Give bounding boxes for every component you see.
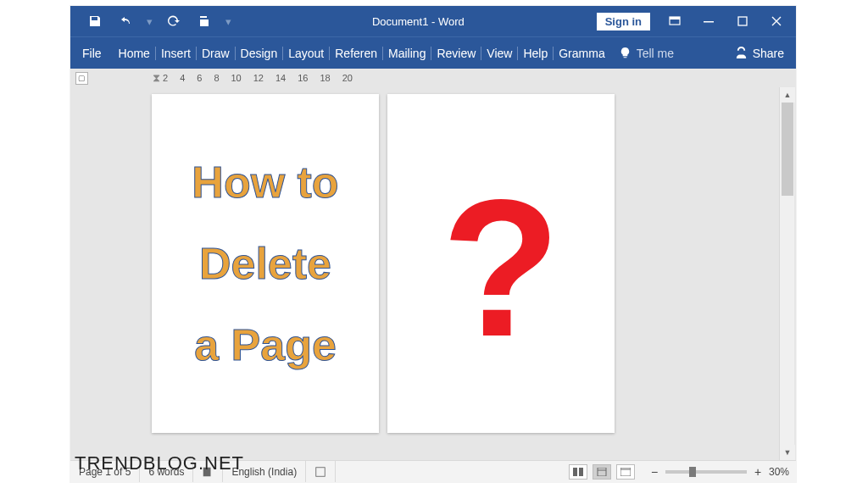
tab-grammarly[interactable]: Gramma [554, 47, 609, 60]
ruler-mark: 20 [342, 73, 353, 83]
qat-separator: ▾ [147, 15, 153, 28]
tell-me-search[interactable]: Tell me [619, 47, 674, 60]
close-button[interactable] [767, 12, 786, 30]
ruler-mark: 12 [253, 73, 264, 83]
svg-rect-4 [316, 467, 326, 476]
app-window: ▾ ▾ Document1 - Word Sign in File Home I… [70, 6, 796, 482]
share-icon [735, 47, 748, 59]
ruler-mark: 8 [214, 73, 219, 83]
qat-dropdown-icon[interactable]: ▾ [225, 15, 231, 28]
watermark-text: TRENDBLOG.NET [75, 452, 244, 474]
status-accessibility[interactable] [306, 461, 336, 482]
tab-references[interactable]: Referen [330, 47, 383, 60]
tab-review[interactable]: Review [431, 47, 481, 60]
scroll-thumb[interactable] [782, 103, 793, 196]
title-bar: ▾ ▾ Document1 - Word Sign in [70, 6, 796, 36]
ruler-mark: 18 [320, 73, 331, 83]
share-label: Share [753, 47, 784, 60]
ruler-mark: 10 [231, 73, 242, 83]
document-area: How to Delete a Page ? ▲ ▼ [70, 87, 796, 460]
ruler-mark: 4 [180, 73, 185, 83]
quick-access-toolbar: ▾ ▾ [70, 12, 240, 30]
minimize-button[interactable] [699, 12, 718, 30]
tab-mailings[interactable]: Mailing [383, 47, 431, 60]
tab-view[interactable]: View [481, 47, 518, 60]
tab-insert[interactable]: Insert [156, 47, 197, 60]
tab-file[interactable]: File [70, 37, 114, 69]
ruler-mark: 14 [275, 73, 286, 83]
page1-line1: How to [192, 141, 338, 223]
lightbulb-icon [619, 47, 632, 59]
zoom-knob[interactable] [689, 467, 696, 477]
tell-me-label: Tell me [637, 47, 674, 60]
scroll-up-button[interactable]: ▲ [780, 87, 795, 103]
maximize-button[interactable] [733, 12, 752, 30]
vertical-scrollbar[interactable]: ▲ ▼ [779, 87, 794, 460]
touch-mode-icon[interactable] [195, 12, 214, 30]
tab-home[interactable]: Home [114, 47, 156, 60]
tab-design[interactable]: Design [236, 47, 284, 60]
zoom-level[interactable]: 30% [769, 466, 789, 478]
indent-marker-icon[interactable]: ⧗ [153, 71, 160, 85]
ruler-mark: 16 [298, 73, 308, 83]
accessibility-icon [314, 466, 326, 478]
page1-text: How to Delete a Page [192, 141, 338, 386]
svg-rect-3 [738, 17, 747, 25]
web-layout-button[interactable] [616, 464, 635, 480]
window-controls: Sign in [597, 12, 796, 30]
ruler-mark: 2 [163, 73, 168, 83]
ruler-toggle[interactable]: ▢ [75, 72, 88, 85]
print-layout-button[interactable] [593, 464, 611, 480]
share-button[interactable]: Share [735, 47, 796, 60]
svg-rect-1 [670, 17, 680, 19]
zoom-control: − + 30% [642, 465, 796, 479]
svg-rect-5 [598, 468, 606, 476]
window-title: Document1 - Word [240, 15, 597, 28]
read-mode-button[interactable] [569, 464, 587, 480]
zoom-slider[interactable] [665, 470, 747, 474]
page1-line2: Delete [192, 223, 338, 304]
save-icon[interactable] [86, 12, 104, 30]
page1-line3: a Page [192, 304, 338, 385]
tab-layout[interactable]: Layout [283, 47, 330, 60]
horizontal-ruler[interactable]: ⧗ 2 4 6 8 10 12 14 16 18 20 [163, 73, 353, 83]
scroll-down-button[interactable]: ▼ [780, 445, 795, 460]
question-mark-icon: ? [442, 171, 561, 366]
zoom-out-button[interactable]: − [648, 465, 660, 479]
page-2[interactable]: ? [387, 94, 615, 433]
ruler-row: ▢ ⧗ 2 4 6 8 10 12 14 16 18 20 [70, 69, 796, 87]
tab-help[interactable]: Help [518, 47, 554, 60]
svg-rect-2 [704, 21, 714, 23]
page-1[interactable]: How to Delete a Page [152, 94, 379, 433]
tab-strip: Home Insert Draw Design Layout Referen M… [114, 44, 610, 63]
ruler-mark: 6 [197, 73, 202, 83]
zoom-in-button[interactable]: + [752, 465, 764, 479]
undo-icon[interactable] [116, 12, 135, 30]
ribbon-display-icon[interactable] [665, 12, 684, 30]
sign-in-button[interactable]: Sign in [597, 13, 650, 30]
tab-draw[interactable]: Draw [197, 47, 236, 60]
redo-icon[interactable] [164, 12, 183, 30]
view-buttons [562, 464, 642, 480]
ribbon-tabs: File Home Insert Draw Design Layout Refe… [70, 36, 796, 69]
